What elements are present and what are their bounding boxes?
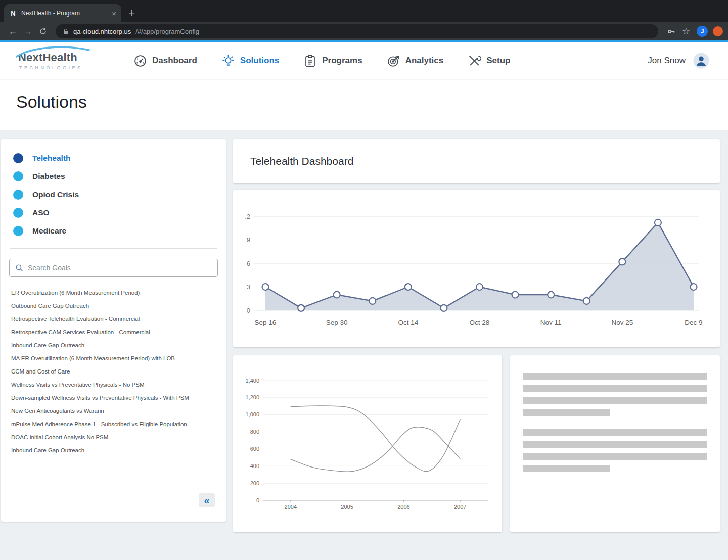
goal-item[interactable]: CCM and Cost of Care [11, 365, 216, 378]
browser-toolbar: ← → qa-cloud.nhtcorp.us/#/app/programCon… [0, 22, 728, 40]
key-icon[interactable] [663, 24, 678, 38]
collapse-sidebar-button[interactable]: « [199, 493, 215, 507]
skeleton-line [523, 453, 707, 460]
svg-text:Oct 14: Oct 14 [398, 319, 418, 326]
skeleton-line [523, 385, 707, 392]
target-icon [387, 54, 400, 68]
svg-text:.2: .2 [245, 213, 250, 220]
tools-icon [468, 54, 481, 68]
dashboard-title-card: Telehealth Dashboard [233, 139, 720, 183]
goal-item[interactable]: Inbound Care Gap Outreach [11, 339, 216, 352]
user-menu[interactable]: Jon Snow [648, 52, 710, 69]
browser-tab-bar: N NextHealth - Program × + [0, 0, 728, 22]
goal-item[interactable]: Wellness Visits vs Preventative Physical… [11, 378, 216, 391]
nav-item-analytics[interactable]: Analytics [387, 54, 444, 68]
skeleton-card [510, 355, 720, 532]
area-chart-card: 0369.2Sep 16Sep 30Oct 14Oct 28Nov 11Nov … [233, 190, 720, 347]
svg-text:0: 0 [256, 497, 259, 503]
favicon-icon: N [9, 9, 17, 17]
url-path: /#/app/programConfig [135, 28, 199, 35]
lock-icon [63, 28, 69, 35]
skeleton-group [523, 373, 707, 416]
svg-text:Sep 30: Sep 30 [326, 319, 348, 326]
content-area: Telehealth Diabetes Opiod Crisis ASO Med… [0, 130, 728, 560]
skeleton-line [523, 373, 707, 380]
goal-item[interactable]: Down-sampled Wellness Visits vs Preventa… [11, 391, 216, 404]
svg-text:400: 400 [250, 463, 259, 469]
svg-text:2004: 2004 [285, 504, 297, 510]
solution-dot [13, 208, 23, 218]
svg-text:Oct 28: Oct 28 [470, 319, 490, 326]
sidebar-item-aso[interactable]: ASO [1, 204, 226, 222]
user-name: Jon Snow [648, 56, 686, 66]
back-icon[interactable]: ← [5, 24, 20, 38]
goal-item[interactable]: ER Overutilization (6 Month Measurement … [11, 286, 216, 299]
profile-badge-orange[interactable] [713, 26, 723, 36]
nav-item-programs[interactable]: Programs [303, 54, 362, 68]
reload-icon[interactable] [35, 24, 51, 38]
svg-text:3: 3 [247, 283, 250, 291]
skeleton-line [523, 441, 707, 448]
forward-icon[interactable]: → [20, 24, 35, 38]
page-title-section: Solutions [0, 79, 728, 130]
url-domain: qa-cloud.nhtcorp.us [73, 28, 131, 35]
page-title: Solutions [16, 92, 712, 112]
goal-item[interactable]: New Gen Anticoagulants vs Wararin [11, 404, 216, 417]
goal-item[interactable]: Inbound Care Gap Outreach [11, 444, 216, 457]
goal-item[interactable]: MA ER Overutilization (6 Month Measureme… [11, 352, 216, 365]
dashboard-title: Telehealth Dashboard [250, 155, 353, 167]
goal-item[interactable]: Retrospective CAM Services Evaluation - … [11, 325, 216, 339]
svg-text:6: 6 [247, 260, 250, 267]
skeleton-line [523, 465, 610, 472]
search-goals-input[interactable] [28, 264, 212, 272]
user-avatar-icon[interactable] [693, 52, 710, 69]
svg-text:2007: 2007 [454, 504, 466, 510]
nav-label-programs: Programs [322, 56, 362, 66]
line-chart-card: 02004006008001,0001,2001,400200420052006… [233, 355, 502, 532]
sidebar-item-telehealth[interactable]: Telehealth [1, 149, 226, 167]
svg-text:Nov 11: Nov 11 [540, 319, 562, 326]
skeleton-line [523, 397, 707, 404]
skeleton-line [523, 429, 707, 436]
nav-label-analytics: Analytics [405, 56, 444, 66]
solution-dot [13, 153, 23, 163]
nav-item-setup[interactable]: Setup [468, 54, 510, 68]
search-icon [15, 263, 24, 272]
svg-text:0: 0 [247, 307, 250, 314]
url-bar[interactable]: qa-cloud.nhtcorp.us/#/app/programConfig [56, 24, 658, 38]
goals-list: ER Overutilization (6 Month Measurement … [1, 284, 226, 457]
app-header: NextHealth TECHNOLOGIES Dashboard Soluti… [0, 42, 728, 79]
tab-close-icon[interactable]: × [112, 10, 116, 17]
goal-item[interactable]: Outbound Care Gap Outreach [11, 299, 216, 312]
solution-label: Diabetes [32, 172, 65, 181]
nav-item-solutions[interactable]: Solutions [221, 54, 279, 68]
browser-tab[interactable]: N NextHealth - Program × [4, 4, 121, 22]
clipboard-icon [303, 54, 317, 68]
tab-title: NextHealth - Program [21, 10, 108, 17]
telehealth-area-chart: 0369.2Sep 16Sep 30Oct 14Oct 28Nov 11Nov … [241, 199, 712, 335]
goal-item[interactable]: DOAC Initial Cohort Analysis No PSM [11, 431, 216, 444]
goal-item[interactable]: Retrospective Telehealth Evaluation - Co… [11, 312, 216, 325]
goal-item[interactable]: mPulse Med Adherence Phase 1 - Subscribe… [11, 417, 216, 431]
svg-text:2006: 2006 [397, 504, 410, 510]
svg-text:Dec 9: Dec 9 [685, 319, 702, 326]
nexthealth-logo[interactable]: NextHealth TECHNOLOGIES [18, 51, 108, 70]
browser-profile-avatar[interactable]: J [697, 26, 708, 37]
solution-label: Telehealth [32, 154, 71, 163]
sidebar-item-medicare[interactable]: Medicare [1, 222, 226, 240]
logo-title: NextHealth [18, 51, 108, 64]
svg-text:1,000: 1,000 [245, 411, 259, 417]
sidebar-item-opiod-crisis[interactable]: Opiod Crisis [1, 185, 226, 204]
lightbulb-icon [221, 54, 235, 68]
svg-text:9: 9 [247, 236, 250, 244]
logo-subtitle: TECHNOLOGIES [18, 65, 108, 70]
sidebar-item-diabetes[interactable]: Diabetes [1, 167, 226, 185]
solution-dot [13, 171, 23, 181]
new-tab-button[interactable]: + [128, 8, 135, 19]
nav-item-dashboard[interactable]: Dashboard [133, 54, 197, 68]
bookmark-star-icon[interactable]: ☆ [678, 24, 694, 38]
svg-text:2005: 2005 [341, 504, 353, 510]
svg-text:1,400: 1,400 [245, 378, 259, 384]
solution-dot [13, 190, 23, 200]
nav-label-dashboard: Dashboard [152, 56, 197, 66]
